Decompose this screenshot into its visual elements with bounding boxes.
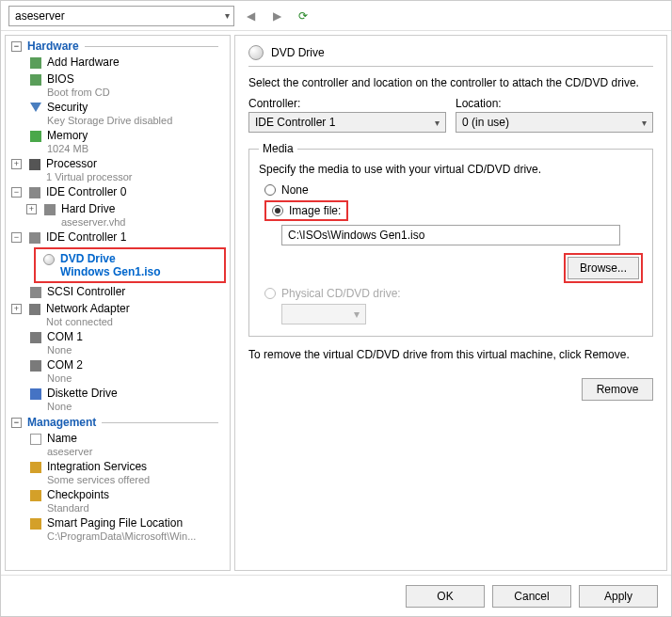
memory-icon [28, 129, 43, 144]
processor-icon [27, 157, 42, 172]
tree-checkpoints[interactable]: CheckpointsStandard [6, 487, 230, 515]
browse-highlight: Browse... [564, 253, 643, 283]
tree-bios[interactable]: BIOSBoot from CD [6, 71, 230, 100]
physical-drive-select: ▾ [281, 304, 366, 324]
chevron-down-icon: ▾ [225, 10, 230, 21]
image-path-input[interactable]: C:\ISOs\Windows Gen1.iso [281, 225, 620, 245]
tree-memory[interactable]: Memory1024 MB [6, 128, 230, 156]
media-legend: Media [259, 142, 297, 155]
divider [102, 422, 218, 423]
chevron-down-icon: ▾ [354, 308, 360, 321]
vm-selector[interactable]: aseserver ▾ [8, 6, 234, 26]
paging-icon [28, 516, 43, 531]
tree-processor[interactable]: + Processor1 Virtual processor [6, 156, 230, 184]
radio-image-label[interactable]: Image file: [289, 204, 341, 217]
controller-label: Controller: [248, 97, 446, 110]
collapse-icon: − [11, 418, 22, 428]
radio-image-highlight: Image file: [264, 200, 348, 221]
tree-com2[interactable]: COM 2None [6, 357, 230, 386]
port-icon [28, 358, 43, 373]
detail-panel: DVD Drive Select the controller and loca… [234, 35, 667, 571]
tree-integration[interactable]: Integration ServicesSome services offere… [6, 459, 230, 487]
vm-selector-value: aseserver [15, 9, 65, 23]
controller-icon [28, 285, 43, 300]
controller-select[interactable]: IDE Controller 1 ▾ [248, 112, 446, 133]
tree-ide0[interactable]: − IDE Controller 0 [6, 184, 230, 201]
remove-description: To remove the virtual CD/DVD drive from … [248, 348, 653, 361]
nav-back-button[interactable]: ◀ [240, 6, 261, 26]
ok-button[interactable]: OK [406, 585, 485, 608]
cancel-button[interactable]: Cancel [492, 585, 571, 608]
tree-scsi[interactable]: SCSI Controller [6, 284, 230, 301]
network-icon [27, 302, 42, 317]
chevron-down-icon: ▾ [642, 118, 647, 128]
refresh-button[interactable]: ⟳ [293, 6, 313, 26]
tree-hard-drive[interactable]: + Hard Driveaseserver.vhd [6, 201, 230, 229]
disc-icon [41, 252, 56, 267]
panel-instruction: Select the controller and location on th… [248, 76, 653, 89]
disc-icon [248, 45, 264, 60]
collapse-icon[interactable]: − [11, 232, 22, 243]
tree-add-hardware[interactable]: Add Hardware [6, 55, 230, 71]
floppy-icon [28, 387, 43, 402]
radio-icon [264, 288, 276, 299]
media-group: Media Specify the media to use with your… [248, 142, 653, 337]
apply-button[interactable]: Apply [579, 585, 658, 608]
radio-icon[interactable] [272, 205, 283, 216]
tree-smart-paging[interactable]: Smart Paging File LocationC:\ProgramData… [6, 515, 230, 544]
tree-ide1[interactable]: − IDE Controller 1 [6, 229, 230, 246]
bios-icon [28, 72, 43, 87]
divider [85, 46, 218, 47]
collapse-icon[interactable]: − [11, 187, 22, 198]
collapse-icon: − [11, 41, 22, 52]
name-icon [28, 432, 43, 447]
section-label: Management [27, 416, 96, 429]
expand-icon[interactable]: + [26, 204, 37, 214]
media-description: Specify the media to use with your virtu… [259, 163, 643, 176]
controller-icon [27, 230, 42, 245]
section-management[interactable]: − Management [6, 414, 230, 431]
section-label: Hardware [27, 40, 79, 53]
location-label: Location: [456, 97, 653, 110]
tree-network[interactable]: + Network AdapterNot connected [6, 301, 230, 329]
remove-button[interactable]: Remove [582, 378, 653, 401]
expand-icon[interactable]: + [11, 159, 22, 169]
section-hardware[interactable]: − Hardware [6, 38, 230, 55]
checkpoint-icon [28, 488, 43, 503]
browse-button[interactable]: Browse... [568, 257, 639, 279]
radio-physical: Physical CD/DVD drive: [264, 287, 643, 300]
tree-security[interactable]: SecurityKey Storage Drive disabled [6, 100, 230, 128]
add-hardware-icon [28, 55, 43, 71]
chevron-down-icon: ▾ [435, 118, 440, 128]
radio-none[interactable]: None [264, 183, 643, 197]
tree-dvd-drive[interactable]: DVD Drive Windows Gen1.iso [40, 252, 220, 278]
controller-icon [27, 185, 42, 200]
panel-title: DVD Drive [271, 46, 325, 59]
tree-com1[interactable]: COM 1None [6, 329, 230, 357]
tree-name[interactable]: Nameaseserver [6, 431, 230, 459]
tree-dvd-drive-highlight: DVD Drive Windows Gen1.iso [34, 247, 226, 283]
tree-diskette[interactable]: Diskette DriveNone [6, 386, 230, 414]
settings-tree: − Hardware Add Hardware BIOSBoot from CD… [5, 35, 231, 571]
radio-icon [264, 184, 276, 196]
nav-forward-button[interactable]: ▶ [266, 6, 287, 26]
location-select[interactable]: 0 (in use) ▾ [456, 112, 653, 133]
shield-icon [28, 101, 43, 116]
expand-icon[interactable]: + [11, 304, 22, 314]
drive-icon [42, 202, 57, 217]
port-icon [28, 330, 43, 345]
services-icon [28, 460, 43, 475]
